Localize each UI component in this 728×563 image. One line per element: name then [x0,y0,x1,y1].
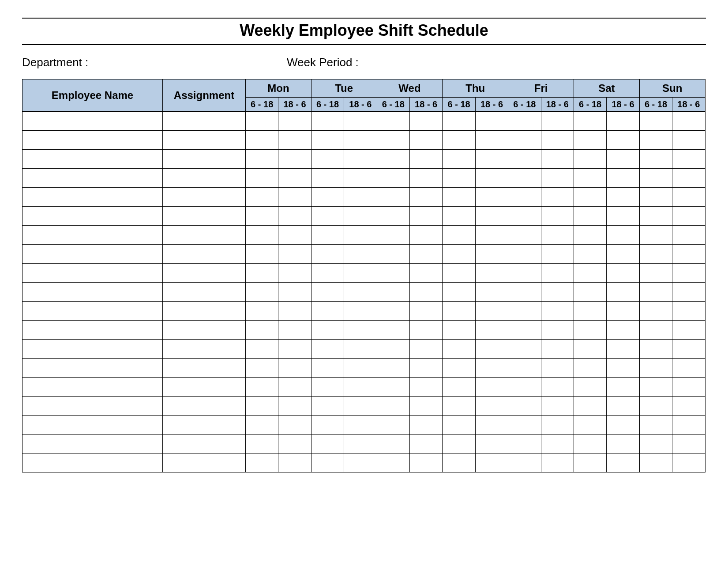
table-cell[interactable] [672,188,705,207]
table-cell[interactable] [246,131,278,150]
table-cell[interactable] [574,264,606,283]
table-cell[interactable] [607,302,639,321]
table-cell[interactable] [246,207,278,226]
table-cell[interactable] [475,302,508,321]
table-cell[interactable] [639,188,672,207]
table-cell[interactable] [639,397,672,416]
table-cell[interactable] [311,397,344,416]
table-cell[interactable] [246,226,278,245]
table-cell[interactable] [23,131,163,150]
table-cell[interactable] [409,416,442,435]
table-cell[interactable] [246,150,278,169]
table-cell[interactable] [574,416,606,435]
table-cell[interactable] [23,435,163,453]
table-cell[interactable] [508,245,541,264]
table-cell[interactable] [607,112,639,131]
table-cell[interactable] [607,150,639,169]
table-cell[interactable] [163,453,246,472]
table-cell[interactable] [639,226,672,245]
table-cell[interactable] [246,264,278,283]
table-cell[interactable] [541,378,574,397]
table-cell[interactable] [607,169,639,188]
table-cell[interactable] [377,188,409,207]
table-cell[interactable] [607,397,639,416]
table-cell[interactable] [377,416,409,435]
table-cell[interactable] [508,359,541,378]
table-cell[interactable] [574,150,606,169]
table-cell[interactable] [246,453,278,472]
table-cell[interactable] [409,283,442,302]
table-cell[interactable] [409,453,442,472]
table-cell[interactable] [475,359,508,378]
table-cell[interactable] [672,340,705,359]
table-cell[interactable] [23,207,163,226]
table-cell[interactable] [607,359,639,378]
table-cell[interactable] [23,169,163,188]
table-cell[interactable] [443,378,475,397]
table-cell[interactable] [672,169,705,188]
table-cell[interactable] [672,264,705,283]
table-cell[interactable] [672,131,705,150]
table-cell[interactable] [475,378,508,397]
table-cell[interactable] [574,340,606,359]
table-cell[interactable] [639,359,672,378]
table-cell[interactable] [311,378,344,397]
table-cell[interactable] [541,169,574,188]
table-cell[interactable] [574,453,606,472]
table-cell[interactable] [541,150,574,169]
table-cell[interactable] [508,453,541,472]
table-cell[interactable] [639,264,672,283]
table-cell[interactable] [672,397,705,416]
table-cell[interactable] [23,359,163,378]
table-cell[interactable] [443,131,475,150]
table-cell[interactable] [377,112,409,131]
table-cell[interactable] [409,302,442,321]
table-cell[interactable] [443,359,475,378]
table-cell[interactable] [541,264,574,283]
table-cell[interactable] [163,435,246,453]
table-cell[interactable] [278,378,311,397]
table-cell[interactable] [508,340,541,359]
table-cell[interactable] [639,169,672,188]
table-cell[interactable] [639,321,672,340]
table-cell[interactable] [23,264,163,283]
table-cell[interactable] [639,150,672,169]
table-cell[interactable] [541,188,574,207]
table-cell[interactable] [163,378,246,397]
table-cell[interactable] [246,302,278,321]
table-cell[interactable] [278,302,311,321]
table-cell[interactable] [508,302,541,321]
table-cell[interactable] [607,226,639,245]
table-cell[interactable] [377,207,409,226]
table-cell[interactable] [443,340,475,359]
table-cell[interactable] [639,112,672,131]
table-cell[interactable] [344,150,377,169]
table-cell[interactable] [508,378,541,397]
table-cell[interactable] [377,131,409,150]
table-cell[interactable] [672,416,705,435]
table-cell[interactable] [278,435,311,453]
table-cell[interactable] [443,188,475,207]
table-cell[interactable] [443,321,475,340]
table-cell[interactable] [278,321,311,340]
table-cell[interactable] [443,169,475,188]
table-cell[interactable] [344,302,377,321]
table-cell[interactable] [163,340,246,359]
table-cell[interactable] [639,340,672,359]
table-cell[interactable] [311,340,344,359]
table-cell[interactable] [672,283,705,302]
table-cell[interactable] [574,188,606,207]
table-cell[interactable] [163,264,246,283]
table-cell[interactable] [377,378,409,397]
table-cell[interactable] [672,302,705,321]
table-cell[interactable] [672,435,705,453]
table-cell[interactable] [508,131,541,150]
table-cell[interactable] [574,359,606,378]
table-cell[interactable] [377,435,409,453]
table-cell[interactable] [311,150,344,169]
table-cell[interactable] [163,131,246,150]
table-cell[interactable] [607,435,639,453]
table-cell[interactable] [443,397,475,416]
table-cell[interactable] [508,264,541,283]
table-cell[interactable] [377,321,409,340]
